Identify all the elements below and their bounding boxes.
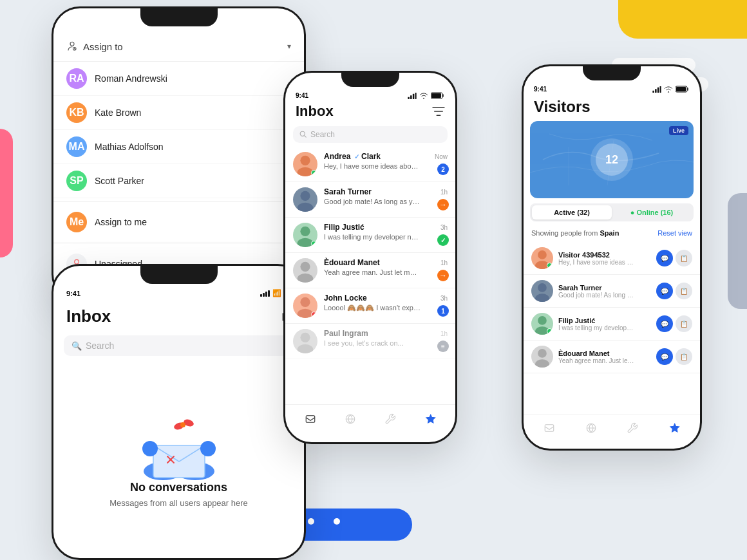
nav4-globe-icon[interactable] — [582, 419, 600, 437]
phone-assign-dropdown: Assign to ▾ RA Roman Andrewski KB Kate B… — [52, 6, 306, 303]
svg-rect-18 — [415, 93, 417, 99]
search-text: Search — [86, 341, 114, 351]
avatar-sarah — [293, 187, 317, 212]
phone3-time: 9:41 — [296, 92, 308, 99]
phone3-search[interactable]: Search — [293, 126, 448, 143]
badge-edouard: → — [437, 270, 449, 281]
tab-online[interactable]: ● Online (16) — [612, 205, 692, 219]
conv-preview-andrea: Hey, I have some ideas about it. Downloa… — [324, 162, 421, 170]
phone2-time: 9:41 — [66, 290, 80, 297]
conv-item-sarah[interactable]: Sarah Turner 1h Good job mate! As long a… — [285, 182, 455, 218]
nav4-inbox-icon[interactable] — [540, 419, 558, 437]
visitor-chat-btn-4[interactable]: 💬 — [656, 348, 673, 365]
svg-point-28 — [300, 262, 310, 272]
visitor-chat-btn-3[interactable]: 💬 — [656, 315, 673, 332]
visitor-item-4[interactable]: Èdouard Manet Yeah agree man. Just let m… — [524, 341, 700, 373]
visitor-info-btn-3[interactable]: 📋 — [676, 315, 692, 332]
battery-icon — [676, 86, 690, 93]
agent-name-scott: Scott Parker — [95, 176, 144, 186]
visitor-avatar-2 — [531, 280, 553, 302]
nav4-star-icon[interactable] — [665, 419, 683, 437]
conv-body-edouard: Èdouard Manet 1h Yeah agree man. Just le… — [324, 258, 448, 276]
visitors-tabs: Active (32) ● Online (16) — [530, 203, 694, 221]
live-badge: Live — [669, 126, 688, 135]
visitor-item-2[interactable]: Sarah Turner Good job mate! As long as y… — [524, 275, 700, 308]
assign-header-left: Assign to — [66, 41, 123, 52]
dot-1 — [308, 518, 314, 525]
conv-time-edouard: 1h — [440, 259, 448, 266]
conv-item-john[interactable]: John Locke 3h Looool 🙈🙈🙈 I wasn't expect… — [285, 288, 455, 324]
avatar-roman: RA — [66, 68, 87, 89]
assign-icon — [66, 41, 78, 52]
divider-1 — [53, 201, 304, 201]
tab-active[interactable]: Active (32) — [532, 205, 612, 219]
assign-header[interactable]: Assign to ▾ — [53, 34, 304, 62]
svg-rect-38 — [657, 87, 659, 92]
showing-location: Spain — [600, 229, 619, 237]
agent-item-roman[interactable]: RA Roman Andrewski — [53, 62, 304, 96]
svg-point-49 — [535, 359, 549, 368]
visitor-info-btn-4[interactable]: 📋 — [676, 348, 692, 365]
empty-title: No conversations — [130, 481, 227, 494]
wifi-icon: 📶 — [272, 289, 281, 297]
conv-body-paul: Paul Ingram 1h I see you, let's crack on… — [324, 329, 448, 347]
visitor-avatar-1 — [531, 247, 553, 269]
visitor-chat-btn-1[interactable]: 💬 — [656, 250, 673, 266]
avatar-paul — [293, 329, 317, 353]
conv-body-john: John Locke 3h Looool 🙈🙈🙈 I wasn't expect… — [324, 294, 448, 312]
inbox-empty-search[interactable]: 🔍 Search — [64, 335, 294, 356]
visitor-preview-1: Hey, I have some ideas abou... — [558, 259, 636, 266]
reset-view-link[interactable]: Reset view — [657, 229, 692, 237]
visitor-name-1: Visitor 4394532 — [558, 251, 651, 259]
filter-icon[interactable] — [432, 106, 445, 117]
phone4-status-bar: 9:41 — [524, 80, 700, 94]
visitor-chat-btn-2[interactable]: 💬 — [656, 283, 673, 299]
conv-item-filip[interactable]: Filip Justić 3h I was telling my develop… — [285, 218, 455, 253]
nav-inbox-icon[interactable] — [301, 410, 319, 428]
conv-name-paul: Paul Ingram — [324, 329, 368, 338]
agent-item-kate[interactable]: KB Kate Brown — [53, 96, 304, 130]
nav-globe-icon[interactable] — [341, 410, 359, 428]
phone-inbox-messages: 9:41 — [283, 71, 457, 444]
empty-illustration — [128, 410, 231, 481]
visitor-item-3[interactable]: Filip Justić I was telling my developer … — [524, 308, 700, 341]
conv-item-andrea[interactable]: Andrea ✓ Clark Now Hey, I have some idea… — [285, 147, 455, 182]
visitors-header: Visitors — [524, 94, 700, 121]
svg-point-29 — [298, 274, 314, 283]
visitor-actions-2: 💬 📋 — [656, 283, 692, 299]
nav4-wrench-icon[interactable] — [623, 419, 641, 437]
svg-point-48 — [538, 349, 547, 358]
assign-to-me[interactable]: Me Assign to me — [53, 204, 304, 240]
phone3-search-placeholder: Search — [310, 130, 335, 139]
avatar-andrea — [293, 152, 317, 176]
showing-row: Showing people from Spain Reset view — [524, 227, 700, 242]
signal-icon — [408, 93, 417, 99]
svg-rect-20 — [431, 93, 441, 98]
phone1-notch — [140, 8, 218, 26]
svg-point-25 — [298, 203, 314, 212]
phone4-bottom-nav — [524, 415, 700, 441]
bg-gray-accent — [728, 193, 747, 309]
svg-rect-15 — [408, 97, 410, 98]
conv-preview-edouard: Yeah agree man. Just let me know if you … — [324, 268, 421, 276]
visitors-map: 12 Live — [530, 121, 694, 198]
nav-wrench-icon[interactable] — [381, 410, 399, 428]
empty-subtitle: Messages from all users appear here — [109, 498, 248, 508]
visitor-info-btn-1[interactable]: 📋 — [676, 250, 692, 266]
visitor-actions-4: 💬 📋 — [656, 348, 692, 365]
wifi-icon — [419, 93, 428, 99]
conversation-list: Andrea ✓ Clark Now Hey, I have some idea… — [285, 147, 455, 359]
visitor-info-btn-2[interactable]: 📋 — [676, 283, 692, 299]
conv-item-paul[interactable]: Paul Ingram 1h I see you, let's crack on… — [285, 324, 455, 359]
agent-item-mathias[interactable]: MA Mathias Adolfson — [53, 130, 304, 164]
nav-star-icon[interactable] — [421, 410, 439, 428]
visitor-body-1: Visitor 4394532 Hey, I have some ideas a… — [558, 251, 651, 266]
conv-item-edouard[interactable]: Èdouard Manet 1h Yeah agree man. Just le… — [285, 253, 455, 288]
visitor-item-1[interactable]: Visitor 4394532 Hey, I have some ideas a… — [524, 242, 700, 275]
visitor-body-3: Filip Justić I was telling my developer … — [558, 317, 651, 331]
agent-item-scott[interactable]: SP Scott Parker — [53, 164, 304, 198]
conv-name-andrea: Andrea ✓ Clark — [324, 152, 381, 161]
visitor-name-3: Filip Justić — [558, 317, 651, 324]
svg-point-21 — [300, 131, 305, 136]
assign-to-me-label: Assign to me — [95, 217, 147, 227]
